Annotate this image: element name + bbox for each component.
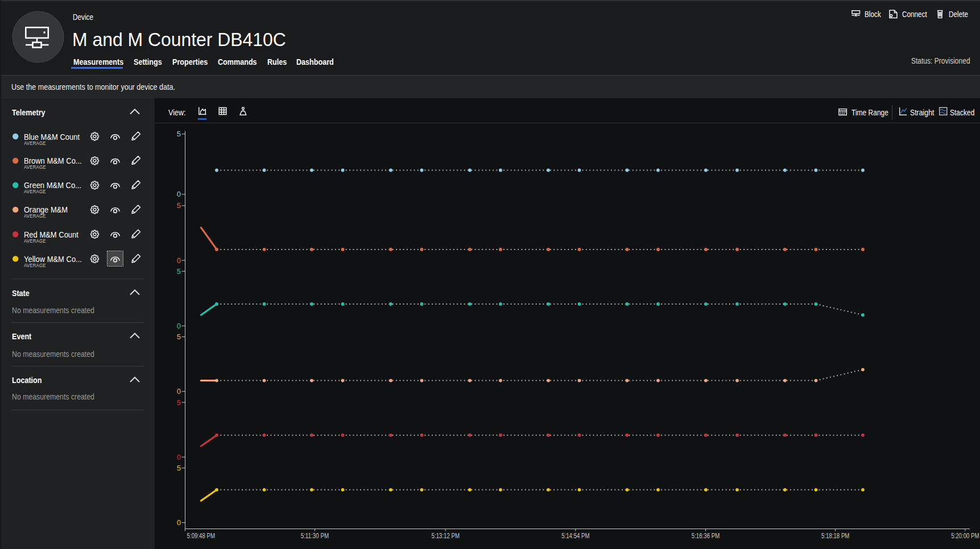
- svg-text:5:18:18 PM: 5:18:18 PM: [821, 532, 849, 540]
- svg-text:0: 0: [177, 322, 181, 330]
- svg-text:0: 0: [177, 453, 181, 461]
- svg-text:5: 5: [177, 201, 181, 210]
- svg-text:5: 5: [177, 464, 181, 472]
- svg-text:5: 5: [177, 332, 181, 341]
- svg-text:5: 5: [177, 267, 181, 276]
- svg-text:5:09:48 PM: 5:09:48 PM: [187, 532, 215, 540]
- svg-text:5:20:00 PM: 5:20:00 PM: [951, 532, 979, 540]
- svg-text:5:16:36 PM: 5:16:36 PM: [692, 532, 720, 540]
- svg-text:5:11:30 PM: 5:11:30 PM: [301, 532, 329, 540]
- svg-text:0: 0: [177, 190, 181, 198]
- svg-text:5:14:54 PM: 5:14:54 PM: [561, 532, 589, 540]
- svg-text:5: 5: [177, 130, 181, 138]
- svg-text:5:13:12 PM: 5:13:12 PM: [432, 532, 460, 540]
- svg-text:5: 5: [177, 398, 181, 407]
- svg-text:0: 0: [177, 387, 181, 396]
- svg-text:0: 0: [177, 518, 181, 527]
- svg-text:0: 0: [177, 256, 181, 265]
